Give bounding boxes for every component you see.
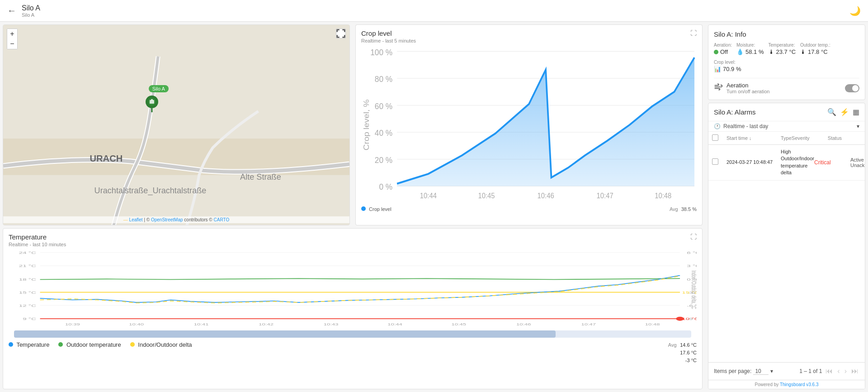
aeration-status-dot (714, 50, 718, 54)
crop-level-expand-icon[interactable]: ⛶ (690, 29, 697, 37)
zoom-out-button[interactable]: − (7, 39, 17, 49)
right-panel: Silo A: Info Aeration: Off Moisture: 💧 5… (708, 24, 865, 389)
last-page-button[interactable]: ⏭ (850, 366, 859, 376)
svg-text:10:39: 10:39 (65, 323, 80, 326)
aeration-wind-icon (714, 82, 723, 94)
crop-level-title-group: Crop level Realtime - last 5 minutes (361, 29, 416, 43)
temperature-metric-value: 🌡 23.7 °C (769, 48, 796, 55)
temp-label-delta: Indoor/Outdoor delta (138, 341, 192, 348)
time-filter[interactable]: 🕐 Realtime - last day ▾ (708, 121, 865, 132)
aeration-value: Off (714, 48, 732, 55)
temperature-title-group: Temperature Realtime - last 10 minutes (9, 233, 66, 247)
temperature-card: Temperature Realtime - last 10 minutes ⛶… (3, 228, 703, 389)
header-severity: Severity (792, 135, 828, 141)
pin-icon (145, 95, 159, 112)
map-background: Urachtalstraße_Urachtalstraße Straße Alt… (3, 25, 349, 225)
crop-level-legend: Crop level Avg 38.5 % (356, 205, 702, 214)
svg-text:10:44: 10:44 (387, 323, 402, 326)
temp-avg-value: 14.6 °C (680, 342, 697, 348)
aeration-info: Aeration Turn on/off aeration (726, 82, 769, 94)
temperature-expand-icon[interactable]: ⛶ (690, 233, 697, 240)
moisture-metric-value: 💧 58.1 % (736, 48, 764, 55)
outdoor-avg-row: 17.6 °C (668, 349, 697, 356)
svg-text:10:40: 10:40 (129, 323, 144, 326)
temp-legend-outdoor: Outdoor temperature (58, 341, 121, 363)
svg-text:10:44: 10:44 (420, 192, 437, 200)
temp-label-temperature: Temperature (16, 341, 49, 348)
temp-dot-blue (9, 342, 13, 347)
temp-legend-delta: Indoor/Outdoor delta (130, 341, 192, 363)
temperature-metric-label: Temperature: (769, 43, 796, 48)
alarms-card: Silo A: Alarms 🔍 ⚡ ▦ 🕐 Realtime - last d… (708, 103, 865, 389)
row-checkbox[interactable] (712, 158, 726, 166)
temp-avg-row: Avg 14.6 °C (668, 341, 697, 348)
status-line1: Active (850, 157, 864, 163)
temperature-legend: Temperature Outdoor temperature Indoor/O… (3, 339, 702, 365)
metric-temperature: Temperature: 🌡 23.7 °C (769, 43, 796, 55)
map-fullscreen-button[interactable] (336, 29, 346, 38)
moisture-metric-text: 58.1 % (745, 48, 764, 55)
svg-text:10:45: 10:45 (452, 323, 467, 326)
svg-text:10:48: 10:48 (655, 192, 671, 200)
aeration-toggle[interactable] (845, 84, 859, 92)
svg-text:Indoor/Outdoor delta, °C: Indoor/Outdoor delta, °C (690, 270, 697, 309)
temp-avgs: Avg 14.6 °C 17.6 °C -3 °C (668, 341, 697, 363)
silo-map-label: Silo A (149, 85, 169, 92)
map-attribution: — Leaflet | © OpenStreetMap contributors… (3, 216, 349, 223)
select-all-checkbox[interactable] (712, 134, 718, 141)
items-per-page: Items per page: 10 25 50 ▾ (714, 368, 773, 375)
info-metrics: Aeration: Off Moisture: 💧 58.1 % Tempera… (714, 43, 859, 72)
svg-text:0 %: 0 % (379, 182, 392, 192)
svg-text:Alte Straße: Alte Straße (240, 172, 281, 182)
prev-page-button[interactable]: ‹ (836, 366, 840, 376)
svg-text:10:45: 10:45 (478, 192, 495, 200)
temperature-chart-svg: 24 °C 21 °C 18 °C 15 °C 12 °C 9 °C 6 °C … (9, 249, 697, 330)
svg-text:10:43: 10:43 (324, 323, 339, 326)
row-severity: Critical (814, 159, 850, 166)
next-page-button[interactable]: › (844, 366, 848, 376)
silo-map-pin (145, 95, 159, 116)
range-handle[interactable] (14, 330, 556, 338)
crop-level-chart-svg: 100 % 80 % 60 % 40 % 20 % 0 % 10:44 10:4… (361, 45, 697, 205)
info-title: Silo A: Info (714, 30, 859, 38)
svg-text:12 °C: 12 °C (19, 304, 37, 308)
fullscreen-icon (336, 29, 345, 38)
temperature-icon: 🌡 (769, 48, 774, 55)
per-page-select[interactable]: 10 25 50 (753, 368, 769, 375)
svg-rect-9 (151, 99, 153, 100)
row-start-time: 2024-03-27 10:48:47 (726, 159, 781, 166)
header-title-group: Silo A Silo A (22, 4, 40, 18)
crop-level-chart-area: 100 % 80 % 60 % 40 % 20 % 0 % 10:44 10:4… (356, 45, 702, 205)
alarms-actions: 🔍 ⚡ ▦ (827, 108, 859, 116)
first-page-button[interactable]: ⏮ (825, 366, 834, 376)
delta-avg-value: -3 °C (685, 358, 697, 363)
map-container: Urachtalstraße_Urachtalstraße Straße Alt… (3, 25, 349, 225)
svg-text:10:46: 10:46 (538, 192, 554, 200)
theme-toggle-icon[interactable]: 🌙 (849, 5, 861, 16)
outdoor-temp-icon: 🌡 (800, 48, 806, 55)
svg-text:10:42: 10:42 (259, 323, 274, 326)
temp-avg-label: Avg (668, 342, 677, 348)
carto-link[interactable]: CARTO (214, 217, 230, 222)
svg-text:20 %: 20 % (375, 155, 392, 165)
metric-outdoor-temp: Outdoor temp.: 🌡 17.8 °C (800, 43, 830, 55)
crop-level-title: Crop level (361, 29, 416, 37)
alarms-columns-icon[interactable]: ▦ (853, 108, 859, 116)
aeration-desc: Turn on/off aeration (726, 89, 769, 94)
zoom-in-button[interactable]: + (7, 29, 17, 39)
time-range-slider[interactable] (14, 330, 691, 338)
svg-text:6 °C: 6 °C (687, 251, 697, 255)
svg-text:40 %: 40 % (375, 129, 392, 138)
osm-link[interactable]: OpenStreetMap (151, 217, 183, 222)
temp-dot-green (58, 342, 63, 347)
back-button[interactable]: ← (7, 5, 16, 16)
aeration-title: Aeration (726, 82, 769, 89)
alarms-filter-icon[interactable]: ⚡ (840, 108, 849, 116)
thingsboard-link[interactable]: Thingsboard v3.6.3 (780, 382, 819, 387)
app-header: ← Silo A Silo A 🌙 (0, 0, 868, 22)
alarms-search-icon[interactable]: 🔍 (827, 108, 836, 116)
leaflet-link[interactable]: Leaflet (129, 217, 143, 222)
alarms-header: Silo A: Alarms 🔍 ⚡ ▦ (708, 103, 865, 121)
aeration-label: Aeration: (714, 43, 732, 48)
status-line2: Unacknowledged (850, 163, 865, 168)
